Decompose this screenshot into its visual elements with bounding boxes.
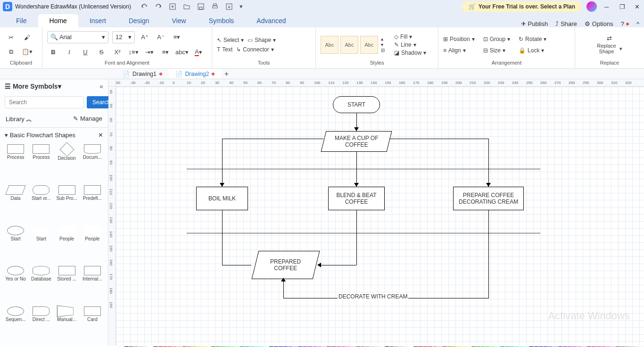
shape-stencil[interactable]: Data <box>4 185 27 223</box>
undo-icon[interactable] <box>140 3 148 10</box>
copy-icon[interactable]: ⧉ <box>5 46 17 58</box>
shape-stencil[interactable]: People <box>81 226 104 263</box>
node-start[interactable]: START <box>333 96 380 113</box>
rotate-button[interactable]: ↻ Rotate▾ <box>519 36 546 42</box>
node-prepare-cream[interactable]: PREPARE COFFEE DECORATING CREAM <box>453 187 524 210</box>
redo-icon[interactable] <box>155 3 162 10</box>
bold-icon[interactable]: B <box>47 46 59 58</box>
fill-button[interactable]: ◇ Fill▾ <box>394 33 426 40</box>
connector-tool[interactable]: ↳Connector▾ <box>236 46 273 53</box>
menu-tab-file[interactable]: File <box>5 14 38 27</box>
select-tool[interactable]: ↖Select▾ <box>217 37 244 43</box>
style-up-icon[interactable]: ▴ <box>381 36 385 41</box>
replace-shape-button[interactable]: Replace Shape ▾ <box>597 43 622 54</box>
shape-stencil[interactable]: Start <box>29 226 53 263</box>
align-menu-icon[interactable]: ≡▾ <box>171 31 183 43</box>
superscript-icon[interactable]: X² <box>111 46 124 58</box>
options-button[interactable]: ⚙Options <box>585 20 613 27</box>
strikethrough-icon[interactable]: S <box>95 46 107 58</box>
font-size-select[interactable]: 12▾ <box>112 31 135 43</box>
canvas[interactable]: START MAKE A CUP OF COFFEE BOIL MILK BLE… <box>116 87 644 346</box>
menu-tab-design[interactable]: Design <box>117 14 161 27</box>
style-more-icon[interactable]: ⊟ <box>381 48 385 53</box>
new-icon[interactable] <box>169 3 176 10</box>
library-button[interactable]: Library ︽ <box>6 115 32 124</box>
trial-banner[interactable]: 🛒 Your Free Trial is over. Select a Plan <box>462 1 582 12</box>
shape-stencil[interactable]: Internal... <box>81 266 104 303</box>
more-symbols-dropdown[interactable]: ☰ More Symbols▾ <box>5 83 61 90</box>
qat-dropdown-icon[interactable]: ▾ <box>239 3 247 10</box>
position-button[interactable]: ⊞ Position▾ <box>443 36 475 42</box>
style-preset-1[interactable]: Abc <box>321 36 339 54</box>
shape-stencil[interactable]: Start <box>4 226 27 263</box>
shape-stencil[interactable]: Stored ... <box>55 266 79 303</box>
maximize-button[interactable]: ❐ <box>619 3 626 10</box>
shape-stencil[interactable]: Sequen... <box>4 306 27 344</box>
print-icon[interactable] <box>211 3 219 10</box>
line-button[interactable]: ✎ Line▾ <box>394 41 426 48</box>
search-input[interactable] <box>5 96 84 108</box>
collapse-panel-icon[interactable]: « <box>99 83 103 90</box>
font-color-icon[interactable]: A▾ <box>192 46 205 58</box>
manage-button[interactable]: ✎ Manage <box>73 115 102 124</box>
format-painter-icon[interactable]: 🖌 <box>21 32 33 44</box>
style-preset-2[interactable]: Abc <box>340 36 358 54</box>
close-button[interactable]: ✕ <box>635 3 641 10</box>
minimize-button[interactable]: ─ <box>604 3 611 10</box>
underline-icon[interactable]: U <box>79 46 91 58</box>
line-spacing-icon[interactable]: ↕≡▾ <box>127 46 140 58</box>
shape-stencil[interactable]: Process <box>29 144 53 182</box>
group-button[interactable]: ⊡ Group▾ <box>483 36 510 42</box>
cut-icon[interactable]: ✂ <box>5 32 17 44</box>
shape-stencil[interactable]: Yes or No <box>4 266 27 303</box>
menu-tab-home[interactable]: Home <box>38 14 78 27</box>
italic-icon[interactable]: I <box>63 46 75 58</box>
doc-tab[interactable]: 📄Drawing2 <box>169 69 222 79</box>
node-boil[interactable]: BOIL MILK <box>196 187 248 210</box>
decrease-font-icon[interactable]: A⁻ <box>155 31 167 43</box>
shape-stencil[interactable]: Card <box>81 306 104 344</box>
shape-stencil[interactable]: Docum... <box>81 144 104 182</box>
case-icon[interactable]: abc▾ <box>175 46 189 58</box>
shape-stencil[interactable]: Manual... <box>55 306 79 344</box>
doc-tab[interactable]: 📄Drawing1 <box>116 69 169 79</box>
share-button[interactable]: ⤴Share <box>555 20 577 27</box>
shape-stencil[interactable]: Direct ... <box>29 306 53 344</box>
shape-stencil[interactable]: Decision <box>55 144 79 182</box>
bullets-icon[interactable]: ≡▾ <box>159 46 172 58</box>
shape-stencil[interactable]: Predefi... <box>81 185 104 223</box>
menu-tab-advanced[interactable]: Advanced <box>245 14 297 27</box>
section-toggle[interactable]: ▾ Basic Flowchart Shapes <box>5 132 75 139</box>
menu-tab-view[interactable]: View <box>161 14 198 27</box>
paste-icon[interactable]: 📋▾ <box>21 46 33 58</box>
color-none-icon[interactable]: ∅ <box>116 346 121 347</box>
style-preset-3[interactable]: Abc <box>360 36 378 54</box>
menu-tab-symbols[interactable]: Symbols <box>198 14 246 27</box>
node-prepared[interactable]: PREPARED COFFEE <box>252 251 320 279</box>
publish-button[interactable]: ✈Publish <box>521 20 548 27</box>
shape-stencil[interactable]: People <box>55 226 79 263</box>
help-button[interactable]: ? <box>621 20 629 27</box>
add-doc-tab[interactable]: + <box>221 70 231 78</box>
node-blend[interactable]: BLEND & BEAT COFFEE <box>328 187 385 210</box>
increase-font-icon[interactable]: A⁺ <box>139 31 151 43</box>
node-makecup[interactable]: MAKE A CUP OF COFFEE <box>321 131 392 152</box>
shadow-button[interactable]: ◪ Shadow▾ <box>394 50 426 56</box>
indent-icon[interactable]: ⇥▾ <box>143 46 156 58</box>
collapse-ribbon-icon[interactable]: ^ <box>636 20 639 27</box>
shape-stencil[interactable]: Start or... <box>29 185 53 223</box>
align-button[interactable]: ≡ Align▾ <box>443 47 475 54</box>
size-button[interactable]: ⊟ Size▾ <box>483 47 510 54</box>
text-tool[interactable]: TText <box>217 46 232 53</box>
open-icon[interactable] <box>183 3 190 10</box>
shape-stencil[interactable]: Process <box>4 144 27 182</box>
export-icon[interactable] <box>225 3 233 10</box>
menu-tab-insert[interactable]: Insert <box>78 14 117 27</box>
font-name-select[interactable]: 🔍 Arial▾ <box>47 31 108 43</box>
section-close-icon[interactable]: ✕ <box>98 132 103 139</box>
avatar[interactable] <box>586 1 597 12</box>
save-icon[interactable] <box>197 3 205 10</box>
shape-stencil[interactable]: Sub Pro... <box>55 185 79 223</box>
shape-stencil[interactable]: Database <box>29 266 53 303</box>
lock-button[interactable]: 🔒 Lock▾ <box>519 47 546 54</box>
